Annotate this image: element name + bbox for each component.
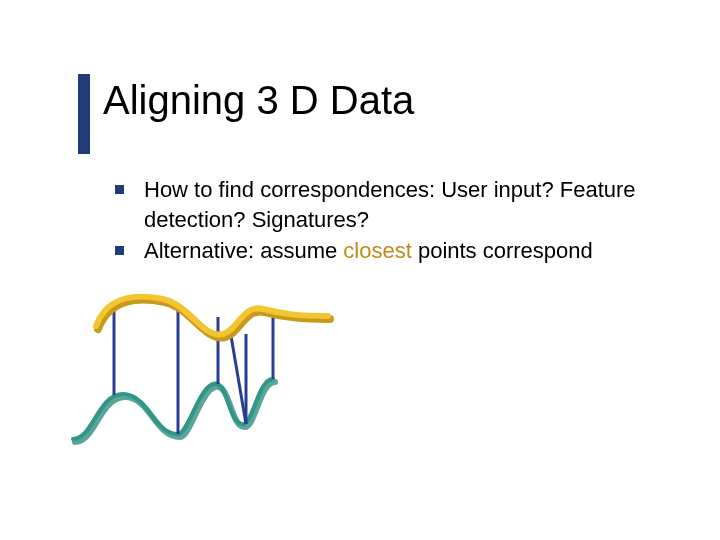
bullet-text-before: Alternative: assume	[144, 238, 343, 263]
bullet-text: How to find correspondences: User input?…	[144, 175, 660, 234]
slide-title: Aligning 3 D Data	[103, 78, 414, 123]
bullet-text: Alternative: assume closest points corre…	[144, 236, 593, 266]
bullet-item: How to find correspondences: User input?…	[115, 175, 660, 234]
bullet-text-after: points correspond	[412, 238, 593, 263]
slide: Aligning 3 D Data How to find correspond…	[0, 0, 720, 540]
bullet-square-icon	[115, 246, 124, 255]
bullet-square-icon	[115, 185, 124, 194]
bullet-item: Alternative: assume closest points corre…	[115, 236, 660, 266]
correspondence-diagram	[70, 287, 370, 447]
title-accent-bar	[78, 74, 90, 154]
bullet-highlight-word: closest	[343, 238, 411, 263]
bullet-list: How to find correspondences: User input?…	[115, 175, 660, 268]
